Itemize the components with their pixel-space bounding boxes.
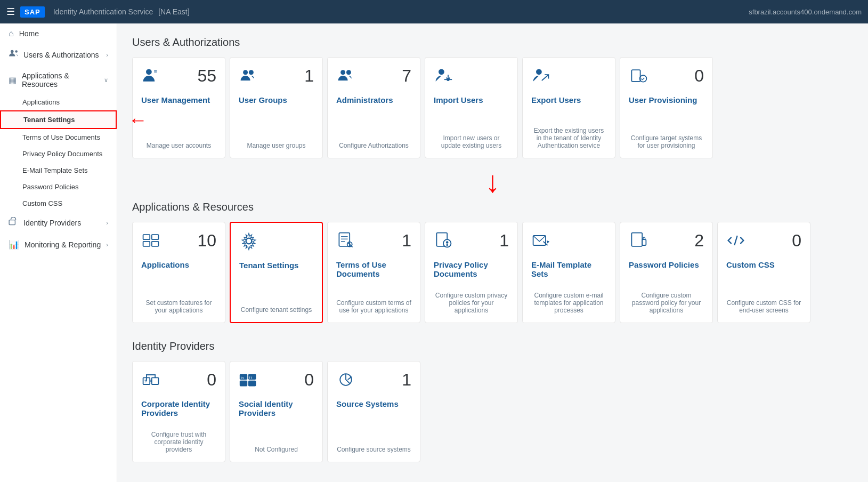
user-management-icon: ≡ [141, 66, 160, 89]
top-nav: ☰ SAP Identity Authentication Service [N… [0, 0, 868, 23]
svg-rect-20 [143, 242, 150, 246]
user-provisioning-title: User Provisioning [629, 95, 704, 105]
email-templates-title: E-Mail Template Sets [531, 260, 606, 278]
card-administrators[interactable]: 7AdministratorsConfigure Authorizations [327, 57, 420, 158]
card-email-templates[interactable]: E-Mail Template SetsConfigure custom e-m… [522, 222, 615, 323]
card-social-idp[interactable]: in f t 0Social Identity ProvidersNot Con… [230, 361, 323, 462]
source-systems-desc: Configure source systems [336, 446, 411, 453]
identity-providers-section-title: Identity Providers [132, 340, 853, 352]
sidebar-apps-resources-label: Applications & Resources [22, 71, 104, 89]
tenant-url: sfbrazil.accounts400.ondemand.com [749, 8, 862, 16]
card-import-users[interactable]: Import UsersImport new users or update e… [425, 57, 518, 158]
card-corporate-idp[interactable]: 0Corporate Identity ProvidersConfigure t… [132, 361, 225, 462]
administrators-desc: Configure Authorizations [336, 142, 411, 149]
source-systems-title: Source Systems [336, 399, 411, 408]
user-provisioning-desc: Configure target systems for user provis… [629, 134, 704, 149]
sidebar-sub-item-password-policies[interactable]: Password Policies [0, 179, 117, 195]
apps-resources-chevron: ∨ [104, 77, 108, 84]
svg-rect-32 [447, 244, 448, 246]
hamburger-icon[interactable]: ☰ [6, 6, 15, 18]
card-user-management[interactable]: ≡ 55User ManagementManage user accounts [132, 57, 225, 158]
card-source-systems[interactable]: 1Source SystemsConfigure source systems [327, 361, 420, 462]
applications-count: 10 [197, 231, 216, 251]
sap-logo: SAP [20, 6, 45, 18]
svg-point-15 [536, 69, 542, 75]
sidebar-item-identity-providers[interactable]: Identity Providers › [0, 212, 117, 234]
svg-point-5 [243, 70, 248, 75]
svg-rect-35 [642, 239, 646, 245]
monitoring-chevron: › [106, 242, 108, 248]
import-users-icon [434, 66, 453, 89]
administrators-icon [336, 66, 355, 89]
svg-rect-2 [9, 220, 15, 225]
svg-point-8 [346, 70, 351, 75]
svg-point-31 [446, 241, 449, 244]
social-idp-title: Social Identity Providers [239, 399, 314, 417]
corporate-idp-count: 0 [207, 370, 216, 390]
administrators-title: Administrators [336, 95, 411, 105]
sidebar-sub-item-applications[interactable]: Applications [0, 94, 117, 110]
card-user-groups[interactable]: 1User GroupsManage user groups [230, 57, 323, 158]
import-users-desc: Import new users or update existing user… [434, 134, 509, 149]
tenant-settings-icon [239, 231, 258, 254]
corporate-idp-desc: Configure trust with corporate identity … [141, 431, 216, 453]
card-terms-of-use[interactable]: 1Terms of Use DocumentsConfigure custom … [327, 222, 420, 323]
sidebar-home-label: Home [19, 29, 39, 38]
tenant-settings-title: Tenant Settings [239, 261, 313, 270]
sidebar-sub-item-e-mail-template-sets[interactable]: E-Mail Template Sets [0, 162, 117, 179]
identity-providers-chevron: › [106, 220, 108, 226]
sidebar-item-users-auth[interactable]: Users & Authorizations › [0, 44, 117, 66]
sidebar-item-apps-resources[interactable]: ▦ Applications & Resources ∨ [0, 66, 117, 94]
apps-resources-icon: ▦ [9, 75, 17, 85]
sidebar-item-monitoring[interactable]: 📊 Monitoring & Reporting › [0, 234, 117, 255]
export-users-icon [531, 66, 550, 89]
svg-rect-24 [339, 233, 350, 246]
sidebar-sub-item-tenant-settings[interactable]: Tenant Settings← [0, 110, 117, 129]
sidebar-sub-item-privacy-policy-documents[interactable]: Privacy Policy Documents [0, 146, 117, 162]
card-tenant-settings[interactable]: Tenant SettingsConfigure tenant settings [230, 222, 323, 323]
card-applications[interactable]: 10ApplicationsSet custom features for yo… [132, 222, 225, 323]
export-users-desc: Export the existing users in the tenant … [531, 127, 606, 149]
privacy-policy-desc: Configure custom privacy policies for yo… [434, 292, 509, 314]
svg-point-1 [15, 50, 18, 53]
custom-css-count: 0 [792, 231, 801, 251]
svg-rect-44 [240, 381, 247, 387]
import-users-title: Import Users [434, 95, 509, 105]
card-privacy-policy[interactable]: 1Privacy Policy DocumentsConfigure custo… [425, 222, 518, 323]
apps-resources-cards: 10ApplicationsSet custom features for yo… [132, 222, 853, 323]
tenant-settings-desc: Configure tenant settings [239, 306, 313, 314]
svg-point-3 [146, 69, 152, 75]
sidebar-item-home[interactable]: ⌂ Home [0, 23, 117, 44]
sidebar-sub-item-terms-of-use-documents[interactable]: Terms of Use Documents [0, 129, 117, 146]
svg-point-23 [246, 238, 252, 244]
card-password-policies[interactable]: 2Password PoliciesConfigure custom passw… [620, 222, 713, 323]
card-export-users[interactable]: Export UsersExport the existing users in… [522, 57, 615, 158]
terms-of-use-count: 1 [402, 231, 411, 251]
home-icon: ⌂ [9, 29, 14, 38]
svg-point-9 [439, 69, 444, 75]
sidebar-users-auth-label: Users & Authorizations [23, 51, 99, 59]
custom-css-title: Custom CSS [726, 260, 801, 269]
terms-of-use-icon [336, 231, 355, 254]
password-policies-count: 2 [694, 231, 704, 251]
password-policies-title: Password Policies [629, 260, 704, 269]
svg-rect-45 [248, 381, 256, 387]
svg-point-0 [11, 50, 14, 53]
svg-point-7 [340, 70, 345, 75]
card-user-provisioning[interactable]: 0User ProvisioningConfigure target syste… [620, 57, 713, 158]
svg-rect-17 [631, 70, 640, 82]
user-management-title: User Management [141, 95, 216, 105]
svg-point-6 [249, 70, 254, 75]
svg-text:in: in [241, 375, 244, 380]
user-groups-count: 1 [304, 66, 314, 86]
privacy-policy-count: 1 [499, 231, 509, 251]
sidebar-sub-item-custom-css[interactable]: Custom CSS [0, 195, 117, 212]
monitoring-icon: 📊 [9, 239, 19, 250]
svg-rect-19 [143, 235, 150, 239]
custom-css-desc: Configure custom CSS for end-user screen… [726, 299, 801, 314]
users-auth-section-title: Users & Authorizations [132, 36, 853, 49]
apps-resources-section-title: Applications & Resources [132, 201, 853, 213]
identity-providers-cards: 0Corporate Identity ProvidersConfigure t… [132, 361, 853, 462]
terms-of-use-title: Terms of Use Documents [336, 260, 411, 278]
card-custom-css[interactable]: 0Custom CSSConfigure custom CSS for end-… [717, 222, 810, 323]
